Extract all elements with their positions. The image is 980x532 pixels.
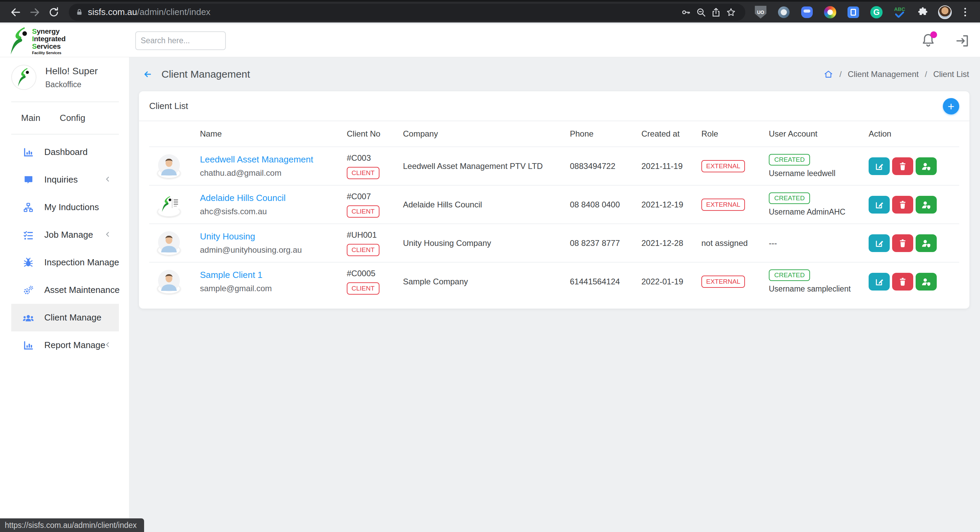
bookmark-star-icon[interactable] [724,5,738,20]
client-badge: CLIENT [347,167,379,179]
account-status-badge: CREATED [769,192,810,204]
table-header-row: Name Client No Company Phone Created at … [149,121,959,146]
chevron-left-icon [103,175,112,185]
edit-icon [874,200,884,210]
sidebar-item-dashboard[interactable]: Dashboard [0,138,129,166]
edit-client-button[interactable] [869,196,890,214]
client-user-account-button[interactable] [916,234,937,252]
browser-menu-icon[interactable] [960,8,970,16]
client-number: #UH001 [347,230,403,240]
delete-client-button[interactable] [892,273,913,291]
sitemap-icon [22,202,34,213]
edit-client-button[interactable] [869,234,890,252]
client-company: Leedwell Asset Management PTV LTD [403,162,570,171]
password-key-icon[interactable] [679,5,694,20]
sidebar-item-inspection-manage[interactable]: Inspection Manage [0,249,129,276]
table-row: Sample Client 1sample@gmail.com #C0005CL… [149,262,959,300]
page-back-button[interactable] [142,69,153,79]
browser-forward-button[interactable] [25,3,44,22]
client-avatar [158,283,181,294]
trash-icon [898,277,907,286]
edit-client-button[interactable] [869,157,890,175]
logo-tagline: Facility Services [32,51,66,55]
chevron-left-icon [103,340,112,351]
table-row: Leedwell Asset Managementchathu.ad@gmail… [149,146,959,185]
client-created-at: 2021-12-28 [641,238,702,248]
sidebar-item-job-manage[interactable]: Job Manage [0,221,129,249]
ring-extension-icon[interactable] [777,6,790,19]
list-check-icon [22,229,34,241]
logout-button[interactable] [955,33,970,48]
status-bar-url: https://sisfs.com.au/admin/client/index [0,518,144,532]
client-company: Sample Company [403,277,570,286]
sidebar-item-client-manage[interactable]: Client Manage [11,304,119,331]
zoom-out-icon[interactable] [694,5,708,20]
edit-icon [874,162,884,171]
breadcrumb-client-list[interactable]: Client List [933,70,969,79]
edit-icon [874,238,884,248]
share-icon[interactable] [708,5,724,20]
logo-word-2: Integrated [32,35,66,43]
card-title: Client List [149,101,188,111]
spellcheck-extension-icon[interactable]: ABC [893,6,906,19]
trash-icon [898,162,907,171]
gears-icon [22,284,34,296]
breadcrumb-client-management[interactable]: Client Management [848,70,919,79]
search-input[interactable] [141,36,242,45]
client-company: Unity Housing Company [403,238,570,248]
client-name-link[interactable]: Unity Housing [200,231,347,242]
octopus-extension-icon[interactable] [800,6,813,19]
client-company: Adelaide Hills Council [403,200,570,210]
delete-client-button[interactable] [892,234,913,252]
delete-client-button[interactable] [892,196,913,214]
logo-word-3: Services [32,43,66,50]
client-phone: 08 8237 8777 [570,238,641,248]
client-user-account-button[interactable] [916,196,937,214]
delete-client-button[interactable] [892,157,913,175]
client-name-link[interactable]: Adelaide Hills Council [200,193,347,203]
notifications-button[interactable] [921,33,936,49]
client-avatar [158,245,181,256]
client-phone: 08 8408 0400 [570,200,641,210]
client-user-account-button[interactable] [916,273,937,291]
address-bar[interactable]: sisfs.com.au/admin/client/index [69,4,745,21]
users-icon [22,312,34,324]
client-table: Name Client No Company Phone Created at … [139,121,969,300]
sidebar-item-report-manage[interactable]: Report Manage [0,331,129,359]
tag-extension-icon[interactable] [847,6,860,19]
add-client-button[interactable]: + [943,98,959,114]
sidebar-item-my-inductions[interactable]: My Inductions [0,194,129,221]
synergy-logo: Synergy Integrated Services Facility Ser… [9,26,66,56]
user-avatar [11,65,37,90]
sidebar-tab-main[interactable]: Main [21,113,40,123]
sidebar-item-asset-maintenance[interactable]: Asset Maintenance [0,276,129,304]
edit-icon [874,277,884,286]
client-number: #C0005 [347,269,403,278]
colorwheel-extension-icon[interactable] [824,6,837,19]
sidebar-tab-config[interactable]: Config [60,113,85,123]
client-name-link[interactable]: Sample Client 1 [200,270,347,280]
browser-toolbar: sisfs.com.au/admin/client/index UO G ABC [0,0,980,22]
home-icon[interactable] [824,70,833,79]
client-email: ahc@sisfs.com.au [200,207,347,216]
grammarly-extension-icon[interactable]: G [870,6,883,19]
extensions-puzzle-icon[interactable] [916,6,929,19]
client-badge: CLIENT [347,282,379,295]
browser-refresh-button[interactable] [44,3,64,22]
ublock-extension-icon[interactable]: UO [754,6,767,19]
forward-arrow-icon [29,6,41,18]
browser-back-button[interactable] [6,3,25,22]
refresh-icon [48,7,59,18]
logout-icon [955,33,970,48]
client-name-link[interactable]: Leedwell Asset Management [200,154,347,165]
app-header: Synergy Integrated Services Facility Ser… [0,24,980,57]
notification-dot [930,31,937,38]
browser-profile-avatar[interactable] [938,5,952,19]
extensions-strip: UO G ABC [754,6,929,19]
client-avatar [158,168,181,178]
client-created-at: 2021-12-19 [641,200,702,210]
sidebar-item-inquiries[interactable]: Inquiries [0,166,129,194]
synergy-swoosh-icon [9,26,30,56]
client-user-account-button[interactable] [916,157,937,175]
edit-client-button[interactable] [869,273,890,291]
